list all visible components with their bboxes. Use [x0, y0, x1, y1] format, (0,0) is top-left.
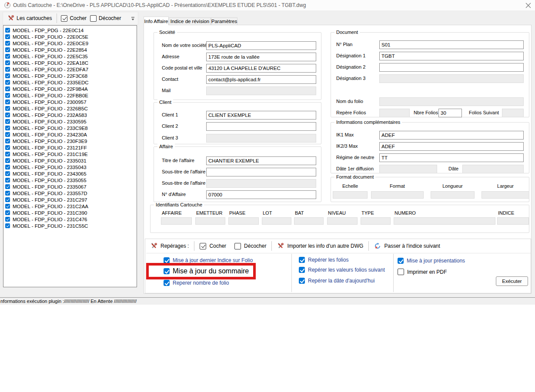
affaire-soustitre1-input[interactable]	[206, 168, 316, 176]
decocher-checkbox[interactable]: Décocher	[88, 14, 123, 23]
checkbox-checked-icon[interactable]	[299, 257, 305, 263]
checkbox-checked-icon[interactable]	[398, 258, 404, 264]
document-plan-input[interactable]	[379, 40, 524, 49]
document-nbre-folios-input[interactable]	[438, 109, 462, 117]
checkbox-checked-icon[interactable]	[5, 165, 10, 169]
checkbox-checked-icon[interactable]	[5, 126, 10, 130]
document-designation2-input[interactable]	[379, 63, 524, 72]
toolbar-overflow-icon[interactable]	[130, 13, 136, 23]
checkbox-mise-a-jour-dernier-indice[interactable]: Mise à jour dernier Indice sur Folio	[164, 257, 253, 263]
checkbox-checked-icon[interactable]	[5, 67, 10, 72]
ik1-max-input[interactable]	[379, 131, 524, 140]
executer-button[interactable]: Exécuter	[496, 276, 528, 286]
checkbox-unchecked-icon[interactable]	[234, 243, 241, 249]
checkbox-checked-icon[interactable]	[61, 15, 67, 22]
checkbox-checked-icon[interactable]	[5, 139, 10, 143]
list-item[interactable]: MODEL - FDP_FOLIO - 2326B5C	[3, 105, 137, 112]
checkbox-checked-icon[interactable]	[5, 60, 10, 65]
tab-parametres[interactable]: Paramètres	[211, 17, 237, 25]
checkbox-mise-a-jour-presentations[interactable]: Mise à jour présentations	[398, 258, 465, 264]
checkbox-reperer-folios[interactable]: Repérer les folios	[299, 257, 348, 263]
reperages-decocher-label[interactable]: Décocher	[244, 243, 266, 249]
list-item[interactable]: MODEL - FDP_FOLIO - 22F3C68	[3, 73, 137, 79]
checkbox-checked-icon[interactable]	[5, 100, 10, 104]
list-item[interactable]: MODEL - FDP_FOLIO - 22E2854	[3, 47, 137, 53]
checkbox-checked-icon[interactable]	[5, 152, 10, 156]
document-designation1-input[interactable]	[379, 52, 524, 60]
checkbox-checked-icon[interactable]	[5, 73, 10, 78]
affaire-numero-input[interactable]	[206, 190, 316, 199]
les-cartouches-button[interactable]: Les cartouches	[5, 14, 54, 23]
passer-indice-button[interactable]: Passer à l'indice suivant	[384, 243, 440, 249]
close-icon[interactable]	[523, 1, 533, 10]
list-item[interactable]: MODEL - FDP_FOLIO - 2330595	[3, 118, 137, 125]
checkbox-checked-icon[interactable]	[5, 113, 10, 117]
checkbox-unchecked-icon[interactable]	[90, 15, 97, 22]
list-item[interactable]: MODEL - FDP_FOLIO - 22F9B4A	[3, 86, 137, 92]
list-item[interactable]: MODEL - FDP_PDG - 22E0C14	[3, 27, 137, 33]
list-item[interactable]: MODEL - FDP_FOLIO - 231C19E	[3, 151, 137, 157]
checkbox-checked-icon[interactable]	[5, 106, 10, 111]
importer-button[interactable]: Importer les info d'un autre DWG	[287, 243, 363, 249]
list-item[interactable]: MODEL - FDP_FOLIO - 22E5C35	[3, 53, 137, 60]
list-item[interactable]: MODEL - FDP_FOLIO - 232A583	[3, 112, 137, 118]
cocher-checkbox[interactable]: Cocher	[59, 14, 88, 23]
list-item[interactable]: MODEL - FDP_FOLIO - 2343065	[3, 170, 137, 177]
list-item[interactable]: MODEL - FDP_FOLIO - 231C390	[3, 209, 137, 216]
list-item[interactable]: MODEL - FDP_FOLIO - 231C2AA	[3, 203, 137, 209]
checkbox-checked-icon[interactable]	[5, 178, 10, 183]
tab-indice-revision[interactable]: Indice de révision	[169, 17, 211, 25]
societe-adresse-input[interactable]	[206, 53, 316, 61]
checkbox-checked-icon[interactable]	[5, 171, 10, 176]
list-item[interactable]: MODEL - FDP_FOLIO - 22E0C5E	[3, 33, 137, 40]
checkbox-checked-icon[interactable]	[5, 28, 10, 33]
checkbox-checked-icon[interactable]	[5, 217, 10, 222]
list-item[interactable]: MODEL - FDP_FOLIO - 22FBB0E	[3, 92, 137, 99]
checkbox-checked-icon[interactable]	[5, 34, 10, 39]
list-item[interactable]: MODEL - FDP_FOLIO - 2300957	[3, 99, 137, 105]
client1-input[interactable]	[206, 111, 316, 120]
checkbox-checked-icon[interactable]	[5, 54, 10, 59]
checkbox-checked-icon[interactable]	[5, 197, 10, 202]
checkbox-checked-icon[interactable]	[5, 80, 10, 85]
checkbox-checked-icon[interactable]	[164, 257, 170, 263]
list-item[interactable]: MODEL - FDP_FOLIO - 230F3E9	[3, 138, 137, 144]
checkbox-reperer-valeurs-folios[interactable]: Repérer les valeurs folios suivant	[299, 267, 385, 273]
societe-cp-input[interactable]	[206, 64, 316, 73]
checkbox-checked-icon[interactable]	[299, 267, 305, 273]
list-item[interactable]: MODEL - FDP_FOLIO - 23121FF	[3, 144, 137, 151]
client2-input[interactable]	[206, 122, 316, 131]
list-item[interactable]: MODEL - FDP_FOLIO - 22EA18C	[3, 60, 137, 66]
list-item[interactable]: MODEL - FDP_FOLIO - 2335043	[3, 164, 137, 170]
ik23-max-input[interactable]	[379, 142, 524, 151]
list-item[interactable]: MODEL - FDP_FOLIO - 231C55C	[3, 223, 137, 229]
societe-contact-input[interactable]	[206, 75, 316, 84]
checkbox-checked-icon[interactable]	[5, 86, 10, 91]
checkbox-checked-icon[interactable]	[5, 93, 10, 98]
regime-neutre-input[interactable]	[379, 153, 524, 162]
checkbox-checked-icon[interactable]	[5, 210, 10, 215]
checkbox-checked-icon[interactable]	[5, 119, 10, 124]
checkbox-checked-icon[interactable]	[5, 223, 10, 228]
checkbox-checked-icon[interactable]	[5, 204, 10, 209]
list-item[interactable]: MODEL - FDP_FOLIO - 2335055	[3, 177, 137, 183]
checkbox-checked-icon[interactable]	[5, 47, 10, 52]
checkbox-checked-icon[interactable]	[5, 184, 10, 189]
checkbox-reperer-nombre-folio[interactable]: Reperer nombre de folio	[164, 280, 229, 286]
tab-info-affaire[interactable]: Info Affaire	[144, 17, 169, 25]
checkbox-reperer-date[interactable]: Repérer la dâte d'aujourd'hui	[299, 278, 374, 284]
checkbox-unchecked-icon[interactable]	[398, 269, 404, 275]
list-item[interactable]: MODEL - FDP_FOLIO - 231C297	[3, 196, 137, 203]
list-item[interactable]: MODEL - FDP_FOLIO - 231C476	[3, 216, 137, 223]
reperages-cocher-label[interactable]: Cocher	[209, 243, 226, 249]
list-item[interactable]: MODEL - FDP_FOLIO - 234230A	[3, 131, 137, 138]
checkbox-checked-icon[interactable]	[5, 41, 10, 46]
affaire-titre-input[interactable]	[206, 156, 316, 165]
checkbox-checked-icon[interactable]	[5, 158, 10, 163]
checkbox-imprimer-pdf[interactable]: Imprimer en PDF	[398, 269, 447, 275]
list-item[interactable]: MODEL - FDP_FOLIO - 22EDFA7	[3, 66, 137, 73]
list-item[interactable]: MODEL - FDP_FOLIO - 22E0CE9	[3, 40, 137, 47]
checkbox-checked-icon[interactable]	[200, 243, 206, 249]
checkbox-mise-a-jour-sommaire[interactable]: Mise à jour du sommaire	[173, 267, 249, 275]
checkbox-checked-icon[interactable]	[5, 145, 10, 150]
